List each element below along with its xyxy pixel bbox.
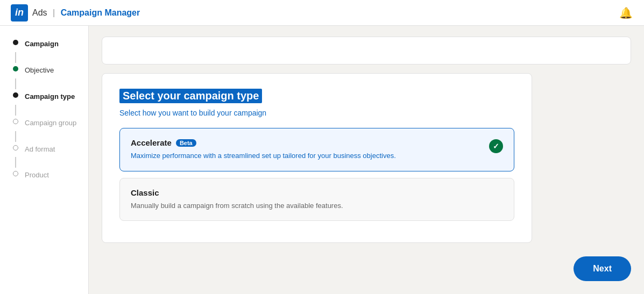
- card-title: Select your campaign type: [119, 89, 262, 103]
- sidebar-label-campaign-group: Campaign group: [25, 119, 76, 128]
- header-left: in Ads | Campaign Manager: [11, 4, 140, 21]
- option-classic[interactable]: Classic Manually build a campaign from s…: [119, 178, 514, 221]
- sidebar-label-objective: Objective: [25, 66, 54, 75]
- main-card: Select your campaign type Select how you…: [102, 73, 532, 243]
- sidebar-item-campaign[interactable]: Campaign: [0, 37, 88, 52]
- notification-icon[interactable]: 🔔: [618, 5, 633, 20]
- sidebar-label-product: Product: [25, 171, 49, 180]
- sidebar-item-product[interactable]: Product: [0, 168, 88, 183]
- beta-badge: Beta: [176, 139, 196, 147]
- separator: |: [53, 8, 55, 17]
- content-area: Select your campaign type Select how you…: [89, 26, 644, 294]
- app-name: Campaign Manager: [61, 8, 140, 17]
- dot-col-campaign-group: [11, 119, 20, 124]
- dot-col-campaign-type: [11, 92, 20, 98]
- sidebar-label-campaign-type: Campaign type: [25, 92, 75, 102]
- sidebar-label-campaign: Campaign: [25, 40, 59, 49]
- next-button[interactable]: Next: [574, 256, 631, 281]
- option-accelerate-desc: Maximize performance with a streamlined …: [131, 150, 480, 161]
- sidebar-item-ad-format[interactable]: Ad format: [0, 142, 88, 157]
- dot-col-objective: [11, 66, 20, 71]
- header-title: Ads | Campaign Manager: [32, 8, 140, 18]
- dot-ad-format: [13, 145, 18, 150]
- card-subtitle: Select how you want to build your campai…: [119, 109, 514, 117]
- option-accelerate[interactable]: Accelerate Beta Maximize performance wit…: [119, 128, 514, 171]
- sidebar: Campaign Objective Campaign type: [0, 26, 89, 294]
- check-icon: [489, 139, 503, 153]
- top-card: [102, 37, 631, 64]
- option-accelerate-title: Accelerate Beta: [131, 138, 480, 147]
- linkedin-logo-icon: in: [11, 4, 28, 21]
- dot-campaign-type: [13, 92, 18, 98]
- sidebar-item-campaign-type[interactable]: Campaign type: [0, 89, 88, 105]
- sidebar-item-objective[interactable]: Objective: [0, 63, 88, 78]
- ads-label: Ads: [32, 8, 47, 17]
- dot-col-product: [11, 171, 20, 176]
- dot-campaign-group: [13, 119, 18, 124]
- option-accelerate-content: Accelerate Beta Maximize performance wit…: [131, 138, 480, 161]
- option-classic-content: Classic Manually build a campaign from s…: [131, 188, 503, 211]
- main-layout: Campaign Objective Campaign type: [0, 26, 644, 294]
- sidebar-item-campaign-group[interactable]: Campaign group: [0, 116, 88, 131]
- option-classic-title: Classic: [131, 188, 503, 197]
- next-btn-container: Next: [574, 256, 631, 281]
- header: in Ads | Campaign Manager 🔔: [0, 0, 644, 26]
- sidebar-label-ad-format: Ad format: [25, 145, 55, 154]
- dot-product: [13, 171, 18, 176]
- option-classic-desc: Manually build a campaign from scratch u…: [131, 200, 503, 211]
- dot-col-ad-format: [11, 145, 20, 150]
- dot-campaign: [13, 40, 18, 45]
- dot-objective: [13, 66, 18, 71]
- dot-col-campaign: [11, 40, 20, 45]
